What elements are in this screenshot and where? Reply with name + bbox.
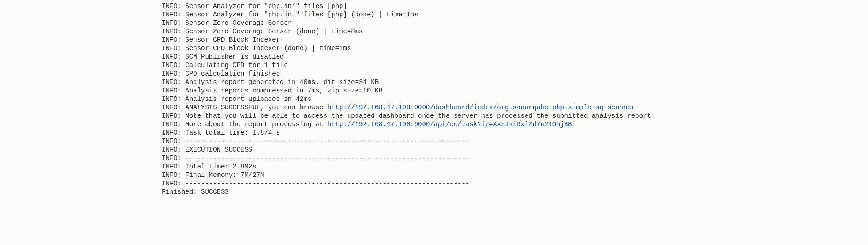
log-text: ----------------------------------------…	[185, 138, 469, 145]
log-prefix: INFO:	[162, 129, 185, 137]
log-prefix: INFO:	[162, 2, 185, 10]
log-line: INFO: ----------------------------------…	[162, 179, 868, 188]
log-line: INFO: Task total time: 1.874 s	[162, 129, 868, 137]
log-text: Sensor Analyzer for "php.ini" files [php…	[185, 11, 418, 18]
log-text: Sensor Analyzer for "php.ini" files [php…	[185, 2, 347, 10]
log-prefix: INFO:	[162, 95, 185, 103]
log-line: INFO: Sensor CPD Block Indexer (done) | …	[162, 44, 868, 53]
log-prefix: INFO:	[162, 78, 185, 86]
log-prefix: INFO:	[162, 112, 185, 120]
log-line: INFO: EXECUTION SUCCESS	[162, 145, 868, 154]
log-prefix: INFO:	[162, 36, 185, 44]
log-line: INFO: Analysis report generated in 40ms,…	[162, 78, 868, 86]
log-text: Analysis report generated in 40ms, dir s…	[185, 78, 379, 86]
dashboard-link[interactable]: http://192.168.47.108:9000/dashboard/ind…	[327, 104, 635, 111]
log-line: INFO: SCM Publisher is disabled	[162, 53, 868, 61]
log-text: EXECUTION SUCCESS	[185, 146, 252, 153]
log-line: INFO: More about the report processing a…	[162, 120, 868, 129]
log-text: More about the report processing at	[185, 121, 327, 128]
log-text: Sensor CPD Block Indexer (done) | time=1…	[185, 45, 351, 52]
log-line: INFO: Sensor Zero Coverage Sensor	[162, 19, 868, 27]
log-text: Final Memory: 7M/27M	[185, 171, 264, 179]
log-line: INFO: CPD calculation finished	[162, 69, 868, 78]
log-text: Analysis report uploaded in 42ms	[185, 95, 311, 103]
log-prefix: INFO:	[162, 70, 185, 77]
log-prefix: INFO:	[162, 154, 185, 162]
log-prefix: INFO:	[162, 19, 185, 27]
log-line: INFO: Total time: 2.892s	[162, 162, 868, 171]
log-prefix: INFO:	[162, 180, 185, 187]
log-text: CPD calculation finished	[185, 70, 280, 77]
log-prefix: INFO:	[162, 121, 185, 128]
log-line: INFO: ANALYSIS SUCCESSFUL, you can brows…	[162, 103, 868, 112]
log-text: Total time: 2.892s	[185, 163, 256, 170]
finished-text: Finished: SUCCESS	[162, 188, 229, 196]
finished-line: Finished: SUCCESS	[162, 188, 868, 196]
log-text: Sensor CPD Block Indexer	[185, 36, 280, 44]
log-text: ANALYSIS SUCCESSFUL, you can browse	[185, 104, 327, 111]
console-log-output: INFO: Sensor Analyzer for "php.ini" file…	[162, 2, 868, 196]
log-line: INFO: Note that you will be able to acce…	[162, 112, 868, 120]
log-text: Task total time: 1.874 s	[185, 129, 280, 137]
log-line: INFO: Calculating CPD for 1 file	[162, 61, 868, 69]
log-text: ----------------------------------------…	[185, 180, 469, 187]
log-prefix: INFO:	[162, 28, 185, 35]
log-prefix: INFO:	[162, 138, 185, 145]
log-line: INFO: Sensor Analyzer for "php.ini" file…	[162, 10, 868, 19]
log-prefix: INFO:	[162, 53, 185, 61]
log-prefix: INFO:	[162, 11, 185, 18]
log-prefix: INFO:	[162, 104, 185, 111]
log-line: INFO: ----------------------------------…	[162, 154, 868, 162]
log-line: INFO: Sensor Zero Coverage Sensor (done)…	[162, 27, 868, 36]
log-line: INFO: Analysis report uploaded in 42ms	[162, 95, 868, 103]
log-line: INFO: ----------------------------------…	[162, 137, 868, 145]
log-text: Note that you will be able to access the…	[185, 112, 651, 120]
log-prefix: INFO:	[162, 146, 185, 153]
log-line: INFO: Sensor Analyzer for "php.ini" file…	[162, 2, 868, 10]
log-line: INFO: Sensor CPD Block Indexer	[162, 36, 868, 44]
task-api-link[interactable]: http://192.168.47.108:9000/api/ce/task?i…	[327, 121, 572, 128]
log-line: INFO: Final Memory: 7M/27M	[162, 171, 868, 179]
log-prefix: INFO:	[162, 45, 185, 52]
log-text: SCM Publisher is disabled	[185, 53, 284, 61]
log-prefix: INFO:	[162, 163, 185, 170]
log-line: INFO: Analysis reports compressed in 7ms…	[162, 86, 868, 95]
log-prefix: INFO:	[162, 171, 185, 179]
log-prefix: INFO:	[162, 87, 185, 94]
log-text: Calculating CPD for 1 file	[185, 61, 287, 69]
log-text: Analysis reports compressed in 7ms, zip …	[185, 87, 382, 94]
log-text: ----------------------------------------…	[185, 154, 469, 162]
log-prefix: INFO:	[162, 61, 185, 69]
log-text: Sensor Zero Coverage Sensor (done) | tim…	[185, 28, 363, 35]
log-text: Sensor Zero Coverage Sensor	[185, 19, 292, 27]
